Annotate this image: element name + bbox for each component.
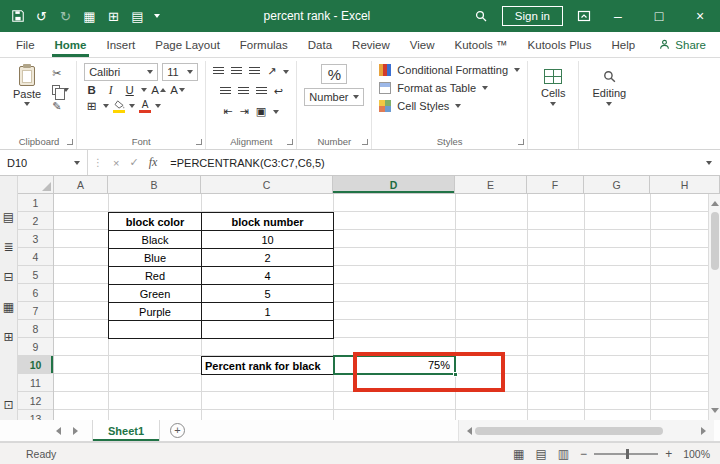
table-cell[interactable]: Black [109,231,202,249]
formula-bar-expand-icon[interactable] [706,161,712,165]
zoom-in-icon[interactable]: + [665,447,672,461]
font-name-select[interactable]: Calibri [84,63,158,81]
tab-data[interactable]: Data [298,32,342,57]
search-icon[interactable] [474,8,489,24]
alignment-dialog-launcher-icon[interactable] [287,139,293,145]
table-cell[interactable]: Green [109,285,202,303]
zoom-slider-thumb[interactable] [626,449,629,459]
increase-indent-icon[interactable]: ⇥ [240,105,249,118]
new-sheet-button[interactable]: + [170,423,185,438]
orientation-icon[interactable]: ↗ [267,65,276,78]
table-cell[interactable]: Blue [109,249,202,267]
fill-color-chevron-icon[interactable] [129,104,135,108]
font-color-chevron-icon[interactable] [155,104,161,108]
sign-in-button[interactable]: Sign in [502,6,563,26]
row-header-10[interactable]: 10 [18,356,53,374]
column-header-a[interactable]: A [54,176,108,193]
tab-insert[interactable]: Insert [96,32,145,57]
tab-file[interactable]: File [6,32,45,57]
tab-kutools[interactable]: Kutools ™ [445,32,518,57]
table-cell[interactable]: Red [109,267,202,285]
horizontal-scroll-thumb[interactable] [475,427,663,435]
column-header-f[interactable]: F [527,176,584,193]
wrap-text-icon[interactable]: ↩ [274,85,283,98]
ribbon-display-options-icon[interactable] [576,8,591,24]
tab-page-layout[interactable]: Page Layout [145,32,230,57]
pane-icon-6[interactable]: ⊡ [2,398,16,412]
row-header-2[interactable]: 2 [18,212,53,230]
percent-style-button[interactable]: % [321,64,347,84]
column-header-g[interactable]: G [584,176,650,193]
format-painter-button[interactable]: ✎ [52,101,61,112]
borders-button[interactable]: ⊞ [84,99,99,113]
scroll-right-icon[interactable] [701,427,710,435]
undo-icon[interactable]: ↺ [34,8,49,24]
align-top-icon[interactable] [213,67,224,76]
table-cell[interactable]: 5 [202,285,334,303]
decrease-indent-icon[interactable]: ⇤ [223,105,232,118]
table-header-cell[interactable]: block number [202,213,334,231]
table-cell[interactable]: 4 [202,267,334,285]
zoom-out-icon[interactable]: − [580,447,587,461]
table-cell[interactable]: 10 [202,231,334,249]
bold-button[interactable]: B [84,84,99,96]
pane-icon-3[interactable]: ⊟ [2,270,16,284]
row-header-5[interactable]: 5 [18,266,53,284]
cells-button[interactable]: Cells [535,63,571,106]
sheet-tab-sheet1[interactable]: Sheet1 [92,420,160,441]
tab-formulas[interactable]: Formulas [230,32,298,57]
clipboard-dialog-launcher-icon[interactable] [67,139,73,145]
normal-view-icon[interactable]: ▦ [513,448,524,460]
pane-icon-5[interactable]: ⊞ [2,330,16,344]
row-header-6[interactable]: 6 [18,284,53,302]
scroll-up-icon[interactable] [711,197,719,206]
redo-icon[interactable]: ↻ [58,8,73,24]
pane-icon-4[interactable]: ▦ [2,300,16,314]
share-button[interactable]: Share [645,32,720,57]
row-header-7[interactable]: 7 [18,302,53,320]
decrease-font-button[interactable]: A [170,84,185,96]
cell-styles-button[interactable]: Cell Styles [379,99,461,112]
vertical-scroll-thumb[interactable] [711,212,719,270]
borders-chevron-icon[interactable] [103,104,109,108]
table-header-cell[interactable]: block color [109,213,202,231]
cancel-icon[interactable]: × [108,157,124,169]
font-color-button[interactable]: A [139,100,151,113]
insert-function-icon[interactable]: fx [144,155,163,170]
align-middle-icon[interactable] [231,67,242,76]
table-empty-cell[interactable] [109,321,202,339]
close-button[interactable]: × [686,8,714,24]
underline-chevron-icon[interactable] [141,88,147,92]
align-bottom-icon[interactable] [249,67,260,76]
maximize-button[interactable]: □ [645,8,673,24]
minimize-button[interactable]: – [604,8,632,24]
editing-button[interactable]: Editing [586,63,632,106]
horizontal-scrollbar[interactable] [458,420,714,441]
conditional-formatting-button[interactable]: Conditional Formatting [379,63,520,76]
zoom-level[interactable]: 100% [683,448,710,460]
tab-home[interactable]: Home [45,32,97,57]
enter-icon[interactable]: ✓ [124,156,143,169]
pane-icon-1[interactable]: ▤ [2,210,16,224]
qat-custom-icon-3[interactable]: ▤ [130,8,145,24]
row-header-3[interactable]: 3 [18,230,53,248]
save-icon[interactable] [10,8,25,24]
column-header-c[interactable]: C [201,176,333,193]
grid-canvas[interactable]: block color block number Black 10 Blue 2… [54,194,708,420]
copy-button[interactable] [52,85,69,95]
row-header-13[interactable]: 13 [18,410,53,420]
vertical-scrollbar[interactable] [708,194,720,420]
font-size-select[interactable]: 11 [162,63,198,81]
tab-kutools-plus[interactable]: Kutools Plus [518,32,602,57]
tab-help[interactable]: Help [602,32,646,57]
merge-center-icon[interactable]: ▣ [256,105,266,118]
styles-dialog-launcher-icon[interactable] [518,139,524,145]
zoom-slider[interactable] [594,453,658,455]
tab-review[interactable]: Review [342,32,400,57]
pane-icon-2[interactable]: ≣ [2,240,16,254]
name-box[interactable]: D10 [0,150,88,175]
cut-button[interactable]: ✂ [52,68,61,79]
page-layout-view-icon[interactable]: ▤ [535,448,546,460]
page-break-view-icon[interactable]: ▥ [558,448,569,460]
select-all-corner[interactable] [18,176,54,193]
